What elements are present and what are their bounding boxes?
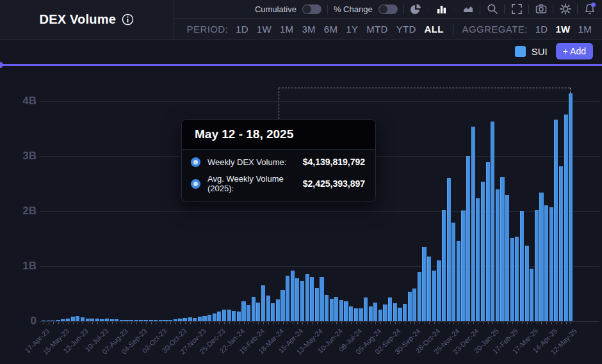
volume-bar-week-45[interactable] xyxy=(261,285,265,321)
volume-bar-week-77[interactable] xyxy=(418,272,421,321)
camera-icon[interactable] xyxy=(535,3,547,15)
period-all[interactable]: ALL xyxy=(425,24,444,35)
volume-bar-week-39[interactable] xyxy=(232,311,236,321)
volume-bar-week-67[interactable] xyxy=(369,306,373,321)
volume-bar-week-89[interactable] xyxy=(476,198,480,321)
bar-chart-icon[interactable] xyxy=(435,3,448,15)
volume-bar-week-18[interactable] xyxy=(129,320,133,321)
volume-bar-week-4[interactable] xyxy=(61,319,65,321)
volume-bar-week-81[interactable] xyxy=(437,260,441,321)
aggregate-1m[interactable]: 1M xyxy=(578,24,592,35)
volume-bar-week-76[interactable] xyxy=(412,289,416,321)
volume-bar-week-73[interactable] xyxy=(398,308,402,321)
volume-bar-week-17[interactable] xyxy=(124,320,128,321)
volume-bar-week-19[interactable] xyxy=(134,320,138,321)
volume-bar-week-60[interactable] xyxy=(334,297,338,321)
volume-bar-week-13[interactable] xyxy=(105,319,109,321)
volume-bar-week-94[interactable] xyxy=(500,177,504,321)
period-3m[interactable]: 3M xyxy=(302,24,315,35)
volume-bar-week-86[interactable] xyxy=(461,210,465,321)
volume-bar-week-98[interactable] xyxy=(520,211,524,321)
volume-bar-week-33[interactable] xyxy=(202,316,206,321)
volume-bar-week-58[interactable] xyxy=(325,295,329,321)
volume-bar-week-69[interactable] xyxy=(378,310,382,321)
volume-bar-week-107[interactable] xyxy=(564,115,568,321)
time-range-brush[interactable] xyxy=(0,64,602,66)
volume-bar-week-2[interactable] xyxy=(51,320,55,321)
volume-bar-week-87[interactable] xyxy=(466,156,470,321)
volume-bar-week-36[interactable] xyxy=(217,312,221,321)
volume-bar-week-99[interactable] xyxy=(525,246,529,321)
volume-bar-week-20[interactable] xyxy=(139,320,143,321)
period-6m[interactable]: 6M xyxy=(324,24,338,35)
volume-bar-week-85[interactable] xyxy=(457,241,460,321)
volume-bar-week-6[interactable] xyxy=(71,317,75,321)
volume-bar-week-37[interactable] xyxy=(222,310,226,321)
volume-bar-week-70[interactable] xyxy=(383,305,387,321)
volume-bar-week-5[interactable] xyxy=(66,319,70,321)
aggregate-1d[interactable]: 1D xyxy=(535,24,548,35)
pie-chart-icon[interactable] xyxy=(410,3,422,15)
volume-bar-week-48[interactable] xyxy=(276,299,280,321)
volume-bar-week-93[interactable] xyxy=(496,189,500,321)
volume-bar-week-65[interactable] xyxy=(359,308,362,321)
volume-bar-week-32[interactable] xyxy=(198,317,202,321)
add-series-button[interactable]: + Add xyxy=(556,43,593,59)
volume-bar-week-43[interactable] xyxy=(252,297,256,321)
volume-bar-week-108-highlighted[interactable] xyxy=(569,93,573,321)
period-1d[interactable]: 1D xyxy=(236,24,248,35)
volume-bar-week-3[interactable] xyxy=(56,320,60,321)
area-chart-icon[interactable] xyxy=(462,3,474,15)
volume-bar-week-30[interactable] xyxy=(188,317,192,321)
volume-bar-week-9[interactable] xyxy=(86,319,90,321)
volume-bar-week-38[interactable] xyxy=(227,310,231,321)
volume-bar-week-54[interactable] xyxy=(305,274,309,321)
volume-bar-week-59[interactable] xyxy=(330,299,334,321)
volume-bar-week-101[interactable] xyxy=(535,210,539,321)
volume-bar-week-42[interactable] xyxy=(247,305,250,321)
volume-bar-week-68[interactable] xyxy=(373,303,377,321)
volume-bar-week-40[interactable] xyxy=(237,312,241,321)
volume-bar-week-78[interactable] xyxy=(422,247,426,321)
volume-bar-week-47[interactable] xyxy=(271,303,275,321)
volume-bar-week-24[interactable] xyxy=(159,320,163,321)
volume-bar-week-50[interactable] xyxy=(286,276,289,321)
period-1y[interactable]: 1Y xyxy=(346,24,358,35)
volume-bar-week-27[interactable] xyxy=(174,319,177,321)
volume-bar-week-31[interactable] xyxy=(193,318,197,321)
volume-bar-week-97[interactable] xyxy=(515,237,519,321)
volume-bar-week-57[interactable] xyxy=(320,277,323,321)
volume-bar-week-16[interactable] xyxy=(120,320,124,321)
fullscreen-icon[interactable] xyxy=(510,3,523,15)
volume-bar-week-66[interactable] xyxy=(364,297,368,321)
volume-bar-week-34[interactable] xyxy=(207,315,211,321)
volume-bar-week-96[interactable] xyxy=(510,238,514,321)
volume-bar-week-71[interactable] xyxy=(388,297,392,321)
volume-bar-week-75[interactable] xyxy=(408,292,412,321)
volume-bar-week-46[interactable] xyxy=(266,296,270,321)
legend-item-sui[interactable]: SUI xyxy=(515,46,548,57)
volume-bar-week-88[interactable] xyxy=(471,127,475,321)
volume-bar-week-80[interactable] xyxy=(432,271,436,321)
volume-bar-week-7[interactable] xyxy=(76,316,79,321)
volume-bar-week-61[interactable] xyxy=(339,300,343,321)
cumulative-toggle[interactable] xyxy=(302,4,321,14)
volume-bar-week-84[interactable] xyxy=(452,223,455,321)
volume-bar-week-21[interactable] xyxy=(144,320,148,321)
volume-bar-week-62[interactable] xyxy=(344,301,348,321)
volume-bar-week-26[interactable] xyxy=(168,320,172,321)
volume-bar-week-102[interactable] xyxy=(539,193,543,321)
volume-bar-week-14[interactable] xyxy=(110,319,114,321)
volume-bar-week-106[interactable] xyxy=(559,166,563,321)
volume-bar-week-23[interactable] xyxy=(154,320,158,321)
period-ytd[interactable]: YTD xyxy=(396,24,416,35)
period-mtd[interactable]: MTD xyxy=(366,24,387,35)
volume-bar-week-55[interactable] xyxy=(310,277,314,321)
volume-bar-week-35[interactable] xyxy=(213,313,216,321)
volume-bar-week-90[interactable] xyxy=(481,182,485,321)
volume-bar-week-91[interactable] xyxy=(486,162,490,321)
aggregate-1w[interactable]: 1W xyxy=(555,24,570,35)
volume-bar-week-103[interactable] xyxy=(544,205,548,321)
period-1m[interactable]: 1M xyxy=(280,24,293,35)
volume-bar-week-56[interactable] xyxy=(315,288,319,321)
